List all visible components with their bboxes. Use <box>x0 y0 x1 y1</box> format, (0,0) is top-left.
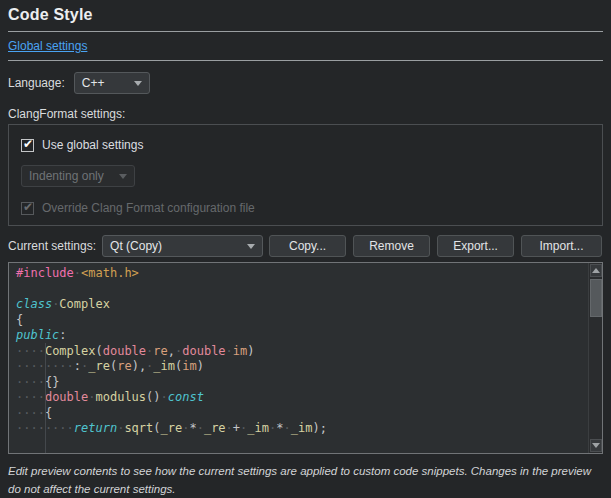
code-preview-editor[interactable]: #include·<math.h> class·Complex{public:·… <box>8 262 603 454</box>
current-settings-label: Current settings: <box>8 239 96 253</box>
current-settings-row: Current settings: Qt (Copy) Copy... Remo… <box>8 235 603 257</box>
chevron-down-icon <box>119 174 127 179</box>
scroll-up-button[interactable] <box>590 264 602 277</box>
chevron-down-icon <box>134 81 142 86</box>
checkbox-box: ✔ <box>21 202 34 215</box>
checkmark-icon: ✔ <box>23 200 33 214</box>
page-title: Code Style <box>8 6 603 24</box>
global-settings-link[interactable]: Global settings <box>8 39 87 53</box>
code-line: class·Complex <box>16 297 602 313</box>
scroll-down-button[interactable] <box>590 439 602 452</box>
code-text: #include·<math.h> class·Complex{public:·… <box>9 263 602 437</box>
chevron-down-icon <box>247 244 255 249</box>
override-config-label: Override Clang Format configuration file <box>42 201 255 215</box>
triangle-up-icon <box>592 268 600 273</box>
settings-buttons: Copy... Remove Export... Import... <box>269 235 602 257</box>
language-select[interactable]: C++ <box>74 72 150 94</box>
current-settings-select[interactable]: Qt (Copy) <box>102 235 263 257</box>
checkbox-box: ✔ <box>21 139 34 152</box>
copy-button[interactable]: Copy... <box>269 235 346 257</box>
code-line: ····{} <box>16 375 602 391</box>
triangle-down-icon <box>592 443 600 448</box>
language-selected-value: C++ <box>82 76 105 90</box>
code-line <box>16 282 602 298</box>
clangformat-section-label: ClangFormat settings: <box>8 107 603 121</box>
export-button[interactable]: Export... <box>437 235 514 257</box>
separator <box>8 60 603 61</box>
code-line: { <box>16 313 602 329</box>
use-global-settings-checkbox[interactable]: ✔ Use global settings <box>21 138 590 152</box>
vertical-scrollbar[interactable] <box>588 263 602 453</box>
language-label: Language: <box>8 76 65 90</box>
current-settings-value: Qt (Copy) <box>110 239 162 253</box>
checkmark-icon: ✔ <box>23 137 33 151</box>
preview-hint-text: Edit preview contents to see how the cur… <box>8 463 603 498</box>
clangformat-mode-value: Indenting only <box>29 169 104 183</box>
separator <box>8 31 603 32</box>
code-line: public: <box>16 328 602 344</box>
language-row: Language: C++ <box>8 72 603 94</box>
override-config-checkbox: ✔ Override Clang Format configuration fi… <box>21 201 590 215</box>
indent-guide <box>45 343 46 453</box>
remove-button[interactable]: Remove <box>353 235 430 257</box>
code-line: #include·<math.h> <box>16 266 602 282</box>
use-global-settings-label: Use global settings <box>42 138 143 152</box>
clangformat-groupbox: ✔ Use global settings Indenting only ✔ O… <box>8 124 603 226</box>
scrollbar-thumb[interactable] <box>590 279 602 317</box>
clangformat-mode-select: Indenting only <box>21 165 135 187</box>
code-style-settings-page: Code Style Global settings Language: C++… <box>0 0 611 498</box>
code-line: ········return·sqrt(_re·*·_re·+·_im·*·_i… <box>16 421 602 437</box>
code-line: ········:·_re(re),·_im(im) <box>16 359 602 375</box>
code-line: ····Complex(double·re,·double·im) <box>16 344 602 360</box>
import-button[interactable]: Import... <box>521 235 602 257</box>
code-line: ····{ <box>16 406 602 422</box>
code-line: ····double·modulus()·const <box>16 390 602 406</box>
